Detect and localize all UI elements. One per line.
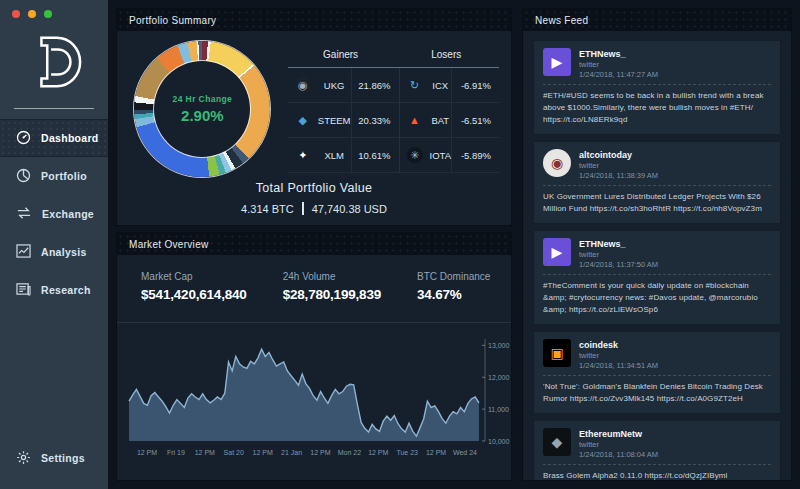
coin-symbol: UKG bbox=[318, 80, 351, 91]
minimize-window-button[interactable] bbox=[28, 10, 36, 18]
sidebar-divider bbox=[14, 108, 94, 109]
tweet-author: altcointoday bbox=[579, 150, 658, 160]
app-window: Dashboard Portfolio Exchange Analysis Re… bbox=[0, 0, 800, 489]
bat-icon: ▲ bbox=[400, 112, 430, 128]
tweet-text: #ETH/#USD seems to be back in a bullish … bbox=[543, 90, 771, 126]
market-stats: Market Cap $541,420,614,840 24h Volume $… bbox=[117, 255, 511, 314]
btc-dominance-stat: BTC Dominance 34.67% bbox=[417, 271, 490, 302]
tweet-source: twitter bbox=[579, 250, 658, 259]
coin-change: 21.86% bbox=[351, 68, 399, 102]
stats-divider bbox=[117, 322, 511, 323]
sidebar-item-dashboard[interactable]: Dashboard bbox=[0, 119, 108, 157]
tweet-text: UK Government Lures Distributed Ledger P… bbox=[543, 191, 771, 215]
zoom-window-button[interactable] bbox=[44, 10, 52, 18]
stat-label: Market Cap bbox=[141, 271, 247, 282]
tweet-card[interactable]: ◆ EthereumNetw twitter 1/24/2018, 11:08:… bbox=[533, 420, 781, 480]
window-controls bbox=[0, 0, 108, 18]
loser-row[interactable]: ✳ IOTA -5.89% bbox=[400, 138, 499, 173]
coin-change: 10.61% bbox=[351, 138, 399, 172]
xlm-icon: ✦ bbox=[288, 147, 318, 163]
tweet-timestamp: 1/24/2018, 11:47:27 AM bbox=[579, 70, 658, 79]
coin-change: -5.89% bbox=[451, 138, 499, 172]
tweet-author: EthereumNetw bbox=[579, 429, 658, 439]
steem-icon: ◆ bbox=[288, 112, 318, 128]
svg-text:Sat 20: Sat 20 bbox=[224, 449, 244, 456]
sidebar-item-research[interactable]: Research bbox=[0, 271, 108, 309]
tweet-timestamp: 1/24/2018, 11:37:50 AM bbox=[579, 260, 658, 269]
gauge-icon bbox=[16, 130, 31, 147]
price-area-chart: 13,00012,00011,00010,00012 PMFri 1912 PM… bbox=[117, 325, 511, 480]
tweet-author: ETHNews_ bbox=[579, 239, 658, 249]
svg-text:Tue 23: Tue 23 bbox=[396, 449, 418, 456]
tweet-divider bbox=[543, 274, 771, 275]
sidebar-item-label: Analysis bbox=[41, 246, 87, 258]
sidebar-item-settings[interactable]: Settings bbox=[0, 439, 108, 477]
tweet-text: Brass Golem Alpha2 0.11.0 https://t.co/d… bbox=[543, 470, 771, 480]
loser-row[interactable]: ↻ ICX -6.91% bbox=[400, 68, 499, 103]
sidebar-item-exchange[interactable]: Exchange bbox=[0, 195, 108, 233]
volume-stat: 24h Volume $28,780,199,839 bbox=[283, 271, 381, 302]
line-chart-icon bbox=[16, 244, 31, 260]
sidebar: Dashboard Portfolio Exchange Analysis Re… bbox=[0, 0, 108, 489]
main-content: Portfolio Summary 24 Hr Change 2.90% Gai… bbox=[108, 0, 520, 489]
close-window-button[interactable] bbox=[12, 10, 20, 18]
gainer-row[interactable]: ◉ UKG 21.86% bbox=[288, 68, 399, 103]
coin-symbol: STEEM bbox=[318, 115, 351, 126]
svg-text:12,000: 12,000 bbox=[488, 374, 510, 381]
svg-text:12 PM: 12 PM bbox=[137, 449, 157, 456]
losers-column-header: Losers bbox=[393, 43, 499, 68]
stat-label: BTC Dominance bbox=[417, 271, 490, 282]
donut-change-value: 2.90% bbox=[181, 107, 224, 124]
news-feed-panel: News Feed ▶ ETHNews_ twitter 1/24/2018, … bbox=[522, 8, 792, 481]
tweet-divider bbox=[543, 185, 771, 186]
coin-change: 20.33% bbox=[351, 103, 399, 137]
svg-text:12 PM: 12 PM bbox=[195, 449, 215, 456]
coindesk-avatar: ▣ bbox=[543, 339, 571, 367]
total-btc-value: 4.314 BTC bbox=[241, 203, 294, 215]
coin-change: -6.91% bbox=[451, 68, 499, 102]
newspaper-icon bbox=[16, 282, 31, 298]
tweet-author: coindesk bbox=[579, 340, 658, 350]
gainer-row[interactable]: ✦ XLM 10.61% bbox=[288, 138, 399, 173]
total-usd-value: 47,740.38 USD bbox=[312, 203, 387, 215]
sidebar-item-analysis[interactable]: Analysis bbox=[0, 233, 108, 271]
sidebar-item-portfolio[interactable]: Portfolio bbox=[0, 157, 108, 195]
tweet-source: twitter bbox=[579, 60, 658, 69]
gainers-column-header: Gainers bbox=[288, 43, 394, 68]
tweet-divider bbox=[543, 84, 771, 85]
tweet-card[interactable]: ▶ ETHNews_ twitter 1/24/2018, 11:37:50 A… bbox=[533, 230, 781, 325]
sidebar-item-label: Dashboard bbox=[41, 132, 99, 144]
svg-text:Mon 22: Mon 22 bbox=[338, 449, 361, 456]
news-column: News Feed ▶ ETHNews_ twitter 1/24/2018, … bbox=[520, 0, 800, 489]
donut-change-label: 24 Hr Change bbox=[173, 94, 233, 104]
stat-label: 24h Volume bbox=[283, 271, 381, 282]
coin-symbol: ICX bbox=[430, 80, 451, 91]
portfolio-summary-panel: Portfolio Summary 24 Hr Change 2.90% Gai… bbox=[116, 8, 512, 226]
tweet-source: twitter bbox=[579, 161, 658, 170]
stat-value: 34.67% bbox=[417, 287, 490, 302]
coin-change: -6.51% bbox=[451, 103, 499, 137]
ethnews-avatar: ▶ bbox=[543, 238, 571, 266]
coin-symbol: IOTA bbox=[430, 150, 451, 161]
stat-value: $541,420,614,840 bbox=[141, 287, 247, 302]
iota-icon: ✳ bbox=[400, 147, 430, 163]
tweet-card[interactable]: ▶ ETHNews_ twitter 1/24/2018, 11:47:27 A… bbox=[533, 40, 781, 135]
total-portfolio-value: Total Portfolio Value 4.314 BTC 47,740.3… bbox=[117, 177, 511, 225]
loser-row[interactable]: ▲ BAT -6.51% bbox=[400, 103, 499, 138]
sidebar-item-label: Research bbox=[41, 284, 91, 296]
svg-text:12 PM: 12 PM bbox=[368, 449, 388, 456]
value-separator bbox=[302, 202, 304, 215]
total-portfolio-label: Total Portfolio Value bbox=[117, 181, 511, 195]
market-overview-panel: Market Overview Market Cap $541,420,614,… bbox=[116, 232, 512, 481]
gainer-row[interactable]: ◆ STEEM 20.33% bbox=[288, 103, 399, 138]
market-cap-stat: Market Cap $541,420,614,840 bbox=[141, 271, 247, 302]
tweet-card[interactable]: ◉ altcointoday twitter 1/24/2018, 11:38:… bbox=[533, 141, 781, 224]
ukg-icon: ◉ bbox=[288, 77, 318, 93]
gear-icon bbox=[16, 450, 31, 467]
svg-text:12 PM: 12 PM bbox=[426, 449, 446, 456]
app-logo bbox=[0, 18, 108, 104]
tweet-card[interactable]: ▣ coindesk twitter 1/24/2018, 11:34:51 A… bbox=[533, 331, 781, 414]
ethnews-avatar: ▶ bbox=[543, 48, 571, 76]
news-feed-list[interactable]: ▶ ETHNews_ twitter 1/24/2018, 11:47:27 A… bbox=[523, 31, 791, 480]
altcointoday-avatar: ◉ bbox=[543, 149, 571, 177]
